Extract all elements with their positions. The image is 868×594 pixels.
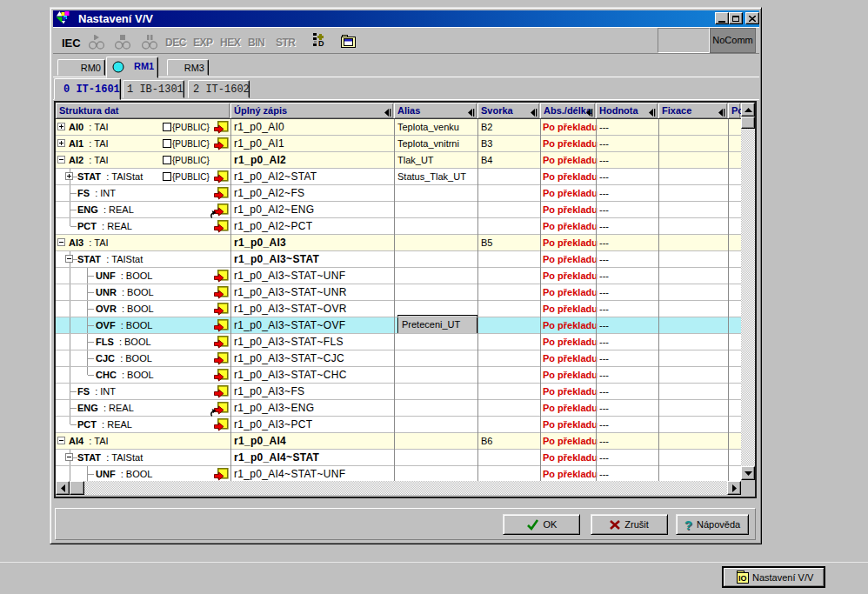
svg-text:IO: IO: [738, 574, 747, 583]
svg-text:D: D: [318, 39, 324, 48]
